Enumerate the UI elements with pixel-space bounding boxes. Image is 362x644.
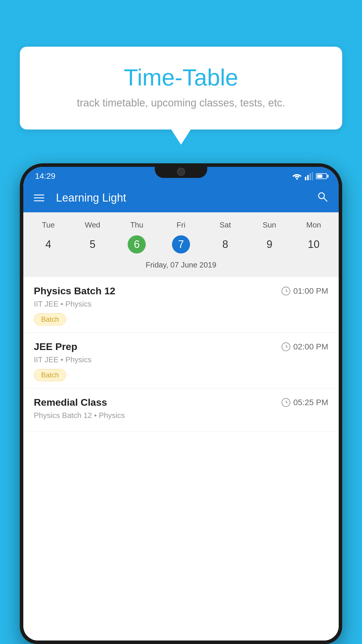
date-5[interactable]: 5: [71, 232, 115, 257]
clock-icon-1: [282, 287, 290, 295]
date-8[interactable]: 8: [203, 232, 247, 257]
schedule-item-2[interactable]: JEE Prep 02:00 PM IIT JEE • Physics Batc…: [23, 333, 339, 388]
schedule-item-2-header: JEE Prep 02:00 PM: [34, 341, 328, 352]
phone-notch: [155, 163, 207, 178]
schedule-list: Physics Batch 12 01:00 PM IIT JEE • Phys…: [23, 277, 339, 640]
schedule-item-3[interactable]: Remedial Class 05:25 PM Physics Batch 12…: [23, 388, 339, 432]
svg-rect-2: [307, 175, 309, 180]
phone-camera: [177, 168, 185, 176]
batch-badge-2: Batch: [34, 369, 66, 381]
schedule-meta-1: IIT JEE • Physics: [34, 300, 328, 309]
calendar-strip: Tue Wed Thu Fri Sat Sun Mon 4 5: [23, 212, 339, 277]
wifi-icon: [292, 172, 302, 180]
search-button[interactable]: [317, 191, 328, 205]
schedule-item-1-header: Physics Batch 12 01:00 PM: [34, 285, 328, 297]
schedule-title-1: Physics Batch 12: [34, 285, 115, 297]
app-bar: Learning Light: [23, 183, 339, 212]
tooltip-bubble: Time-Table track timetable, upcoming cla…: [20, 47, 342, 130]
schedule-time-label-1: 01:00 PM: [293, 286, 328, 296]
app-title: Learning Light: [56, 192, 307, 204]
clock-icon-2: [282, 342, 290, 351]
phone-mockup: 14:29: [20, 163, 342, 644]
schedule-time-label-2: 02:00 PM: [293, 342, 328, 351]
date-4[interactable]: 4: [26, 232, 71, 257]
tooltip-container: Time-Table track timetable, upcoming cla…: [20, 47, 342, 130]
phone-frame: 14:29: [20, 163, 342, 644]
phone-screen: 14:29: [23, 167, 339, 640]
schedule-meta-3: Physics Batch 12 • Physics: [34, 411, 328, 420]
day-mon: Mon: [291, 218, 336, 232]
schedule-title-2: JEE Prep: [34, 341, 77, 352]
days-row: Tue Wed Thu Fri Sat Sun Mon: [23, 218, 339, 232]
signal-icon: [305, 172, 313, 180]
svg-rect-3: [310, 173, 311, 180]
schedule-time-3: 05:25 PM: [282, 398, 328, 407]
clock-icon-3: [282, 398, 290, 407]
schedule-title-3: Remedial Class: [34, 397, 107, 408]
selected-date-label: Friday, 07 June 2019: [23, 257, 339, 274]
svg-rect-4: [312, 172, 313, 180]
svg-point-0: [296, 178, 298, 180]
day-sun: Sun: [247, 218, 292, 232]
date-7[interactable]: 7: [159, 232, 203, 257]
day-sat: Sat: [203, 218, 247, 232]
schedule-item-1[interactable]: Physics Batch 12 01:00 PM IIT JEE • Phys…: [23, 277, 339, 333]
schedule-time-2: 02:00 PM: [282, 342, 328, 351]
hamburger-menu-icon[interactable]: [34, 195, 44, 201]
day-wed: Wed: [71, 218, 115, 232]
day-tue: Tue: [26, 218, 71, 232]
batch-badge-1: Batch: [34, 313, 66, 326]
status-time: 14:29: [35, 172, 55, 181]
schedule-time-1: 01:00 PM: [282, 286, 328, 296]
day-fri: Fri: [159, 218, 203, 232]
tooltip-title: Time-Table: [34, 64, 328, 91]
schedule-meta-2: IIT JEE • Physics: [34, 355, 328, 364]
tooltip-subtitle: track timetable, upcoming classes, tests…: [34, 97, 328, 109]
schedule-item-3-header: Remedial Class 05:25 PM: [34, 397, 328, 408]
date-6[interactable]: 6: [115, 232, 159, 257]
schedule-time-label-3: 05:25 PM: [293, 398, 328, 407]
date-10[interactable]: 10: [291, 232, 336, 257]
date-9[interactable]: 9: [247, 232, 292, 257]
day-thu: Thu: [115, 218, 159, 232]
status-icons: [292, 172, 327, 180]
svg-rect-1: [305, 177, 306, 180]
svg-line-6: [324, 198, 327, 201]
battery-icon: [316, 173, 327, 179]
dates-row: 4 5 6 7 8 9 10: [23, 232, 339, 257]
